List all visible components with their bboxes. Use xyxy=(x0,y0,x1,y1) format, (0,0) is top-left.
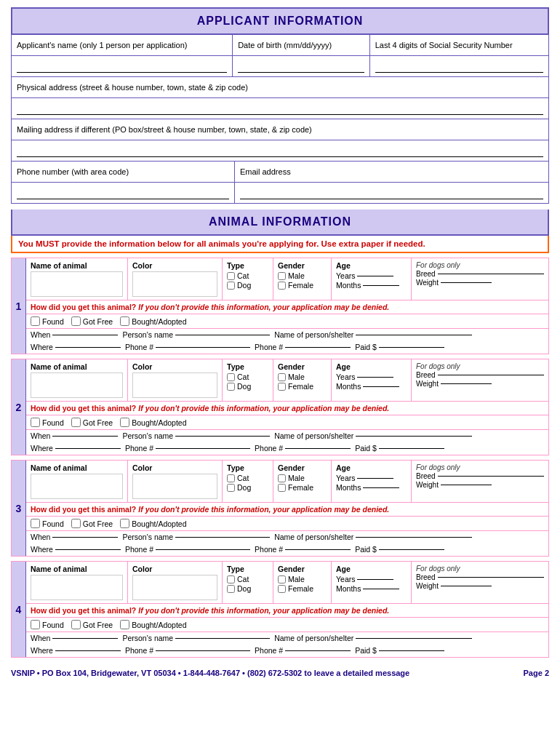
phone-input-3[interactable] xyxy=(156,549,250,550)
bought-checkbox-1[interactable] xyxy=(120,316,129,326)
applicant-name-input-cell[interactable] xyxy=(12,56,233,76)
where-input-3[interactable] xyxy=(55,549,121,550)
type-cat-4[interactable]: Cat xyxy=(227,575,268,583)
gender-female-4[interactable]: Female xyxy=(278,584,327,593)
animal-color-input-2[interactable] xyxy=(132,372,217,398)
got-free-option-1[interactable]: Got Free xyxy=(71,316,113,326)
email-input-cell[interactable] xyxy=(235,183,548,203)
type-dog-1[interactable]: Dog xyxy=(227,281,268,290)
type-dog-4[interactable]: Dog xyxy=(227,584,268,593)
weight-input-2[interactable] xyxy=(441,383,492,384)
dog-checkbox-1[interactable] xyxy=(227,282,235,290)
female-checkbox-2[interactable] xyxy=(278,383,286,391)
animal-name-input-1[interactable] xyxy=(31,271,123,297)
phone-input-1[interactable] xyxy=(156,347,250,348)
years-input-2[interactable] xyxy=(357,377,393,378)
months-input-2[interactable] xyxy=(363,386,399,387)
months-input-4[interactable] xyxy=(363,589,399,589)
got-free-checkbox-1[interactable] xyxy=(71,316,81,326)
months-input-3[interactable] xyxy=(363,487,399,488)
paid-input-3[interactable] xyxy=(379,549,444,550)
found-checkbox-2[interactable] xyxy=(31,418,40,427)
breed-input-1[interactable] xyxy=(438,274,544,274)
found-option-2[interactable]: Found xyxy=(31,418,64,427)
where-input-1[interactable] xyxy=(55,347,121,348)
name-shelter-input-3[interactable] xyxy=(356,537,472,538)
gender-male-2[interactable]: Male xyxy=(278,372,327,381)
dob-input-cell[interactable] xyxy=(233,56,370,76)
when-input-1[interactable] xyxy=(52,335,118,335)
bought-checkbox-4[interactable] xyxy=(120,620,129,629)
paid-input-2[interactable] xyxy=(379,448,444,449)
found-checkbox-1[interactable] xyxy=(31,316,40,326)
found-option-3[interactable]: Found xyxy=(31,519,64,528)
persons-name-input-2[interactable] xyxy=(175,436,270,437)
bought-checkbox-2[interactable] xyxy=(120,418,129,427)
gender-male-3[interactable]: Male xyxy=(278,474,327,482)
when-input-2[interactable] xyxy=(52,436,118,437)
phone2-input-2[interactable] xyxy=(285,448,351,449)
breed-input-2[interactable] xyxy=(438,375,544,375)
where-input-2[interactable] xyxy=(55,448,121,449)
years-input-1[interactable] xyxy=(357,276,393,276)
paid-input-1[interactable] xyxy=(379,347,444,348)
found-checkbox-3[interactable] xyxy=(31,519,40,528)
gender-male-4[interactable]: Male xyxy=(278,575,327,583)
animal-name-input-3[interactable] xyxy=(31,474,123,499)
phone2-input-4[interactable] xyxy=(285,650,351,651)
persons-name-input-3[interactable] xyxy=(175,537,270,538)
phone2-input-3[interactable] xyxy=(285,549,351,550)
female-checkbox-3[interactable] xyxy=(278,484,286,492)
cat-checkbox-4[interactable] xyxy=(227,575,235,583)
type-cat-1[interactable]: Cat xyxy=(227,271,268,280)
years-input-4[interactable] xyxy=(357,579,393,580)
gender-female-3[interactable]: Female xyxy=(278,483,327,492)
name-shelter-input-2[interactable] xyxy=(356,436,472,437)
where-input-4[interactable] xyxy=(55,650,121,651)
physical-input-cell[interactable] xyxy=(12,98,548,119)
when-input-3[interactable] xyxy=(52,537,118,538)
got-free-checkbox-4[interactable] xyxy=(71,620,81,629)
animal-color-input-1[interactable] xyxy=(132,271,217,297)
male-checkbox-2[interactable] xyxy=(278,373,286,381)
when-input-4[interactable] xyxy=(52,638,118,639)
type-cat-2[interactable]: Cat xyxy=(227,372,268,381)
female-checkbox-4[interactable] xyxy=(278,585,286,593)
name-shelter-input-4[interactable] xyxy=(356,638,472,639)
dog-checkbox-2[interactable] xyxy=(227,383,235,391)
dog-checkbox-3[interactable] xyxy=(227,484,235,492)
type-dog-2[interactable]: Dog xyxy=(227,382,268,391)
persons-name-input-1[interactable] xyxy=(175,335,270,335)
bought-option-3[interactable]: Bought/Adopted xyxy=(120,519,186,528)
mailing-input-cell[interactable] xyxy=(12,140,548,161)
got-free-checkbox-3[interactable] xyxy=(71,519,81,528)
found-option-4[interactable]: Found xyxy=(31,620,64,629)
found-checkbox-4[interactable] xyxy=(31,620,40,629)
dog-checkbox-4[interactable] xyxy=(227,585,235,593)
weight-input-3[interactable] xyxy=(441,485,492,485)
weight-input-4[interactable] xyxy=(441,586,492,586)
phone-input-2[interactable] xyxy=(156,448,250,449)
breed-input-4[interactable] xyxy=(438,577,544,578)
bought-option-2[interactable]: Bought/Adopted xyxy=(120,418,186,427)
phone-input-cell[interactable] xyxy=(12,183,235,203)
cat-checkbox-1[interactable] xyxy=(227,272,235,280)
gender-female-2[interactable]: Female xyxy=(278,382,327,391)
phone2-input-1[interactable] xyxy=(285,347,351,348)
male-checkbox-1[interactable] xyxy=(278,272,286,280)
ssn-input-cell[interactable] xyxy=(370,56,548,76)
phone-input-4[interactable] xyxy=(156,650,250,651)
got-free-option-2[interactable]: Got Free xyxy=(71,418,113,427)
type-dog-3[interactable]: Dog xyxy=(227,483,268,492)
male-checkbox-3[interactable] xyxy=(278,474,286,482)
got-free-option-3[interactable]: Got Free xyxy=(71,519,113,528)
cat-checkbox-3[interactable] xyxy=(227,474,235,482)
paid-input-4[interactable] xyxy=(379,650,444,651)
gender-female-1[interactable]: Female xyxy=(278,281,327,290)
animal-name-input-2[interactable] xyxy=(31,372,123,398)
animal-name-input-4[interactable] xyxy=(31,575,123,600)
got-free-checkbox-2[interactable] xyxy=(71,418,81,427)
male-checkbox-4[interactable] xyxy=(278,575,286,583)
animal-color-input-3[interactable] xyxy=(132,474,217,499)
months-input-1[interactable] xyxy=(363,285,399,286)
